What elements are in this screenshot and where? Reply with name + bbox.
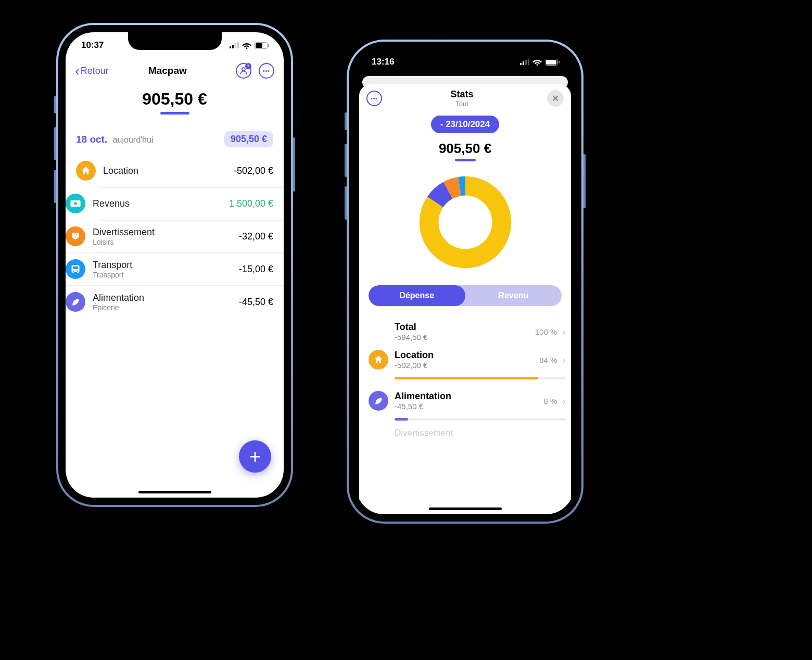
battery-icon [545,59,560,66]
stats-row-title: Alimentation [395,391,543,402]
tx-subtitle: Loisirs [93,238,239,246]
stats-balance: 905,50 € [359,141,571,157]
home-icon [369,350,388,370]
tx-title: Revenus [93,198,229,209]
wifi-icon [242,42,251,49]
stats-list: Total -594,50 € 100 % › Location-502,00 … [359,318,571,438]
svg-rect-10 [520,63,522,65]
balance: 905,50 € [66,90,284,115]
stats-row-title: Total [395,322,535,333]
stats-row-amount: -502,00 € [395,361,539,370]
bus-icon [66,259,85,279]
tx-amount: -32,00 € [239,231,273,242]
svg-rect-12 [525,60,527,65]
svg-rect-1 [232,45,234,48]
day-subtitle: aujourd'hui [113,135,154,144]
leaf-icon [66,292,85,312]
date-range-pill[interactable]: - 23/10/2024 [431,116,499,133]
svg-rect-3 [237,42,239,48]
add-transaction-fab[interactable]: + [239,440,271,473]
stats-row-amount: -594,50 € [395,333,535,341]
segment-expense[interactable]: Dépense [369,285,465,306]
chevron-right-icon: › [562,326,566,338]
day-header: 18 oct. aujourd'hui 905,50 € [66,131,284,147]
tx-title: Location [103,166,234,176]
stats-sheet: ••• Stats Tout ✕ - 23/10/2024 905,50 € D… [359,84,571,514]
stats-row-amount: -45,50 € [395,402,543,411]
more-button[interactable]: ••• [259,63,274,79]
page-title: Macpaw [99,65,236,77]
wifi-icon [532,59,542,66]
home-icon [76,161,96,181]
transaction-row[interactable]: TransportTransport-15,00 € [66,252,284,285]
tx-title: Alimentation [93,293,239,303]
segment-income[interactable]: Revenu [465,285,562,306]
signal-icon [230,42,239,48]
chevron-right-icon: › [562,354,566,366]
svg-rect-15 [546,60,556,65]
donut-chart [359,168,571,277]
day-date: 18 oct. [76,134,107,145]
theater-icon [66,226,85,246]
sheet-nav: ••• Stats Tout ✕ [359,84,571,112]
chevron-left-icon: ‹ [75,64,80,78]
stats-row[interactable]: Alimentation-45,50 €8 %› [369,387,566,415]
transaction-row[interactable]: Revenus1 500,00 € [66,187,284,220]
phone-right: 13:16 ••• Stats Tout ✕ - 23/10/20 [347,40,583,524]
tx-amount: -15,00 € [239,264,273,275]
stats-row-total[interactable]: Total -594,50 € 100 % › [369,318,566,346]
status-time: 13:16 [372,57,394,67]
tx-amount: 1 500,00 € [229,198,273,209]
svg-rect-6 [268,44,269,47]
sheet-title: Stats [377,89,547,100]
svg-rect-16 [559,61,560,64]
svg-rect-11 [523,61,524,65]
close-button[interactable]: ✕ [547,90,564,107]
stats-row-title: Location [395,350,539,361]
day-total[interactable]: 905,50 € [224,131,273,147]
svg-rect-0 [230,46,231,48]
transaction-row[interactable]: Location-502,00 € [66,155,284,187]
transaction-row[interactable]: AlimentationÉpicerie-45,50 € [66,285,284,318]
tx-amount: -45,50 € [239,297,273,308]
stats-row-partial: Divertissement [395,428,566,438]
status-time: 10:37 [81,40,104,50]
tx-subtitle: Transport [93,271,239,279]
stats-row-pct: 84 % [539,356,557,364]
cash-icon [66,194,85,213]
leaf-icon [369,391,388,411]
tx-subtitle: Épicerie [93,303,239,312]
sheet-subtitle: Tout [377,100,547,108]
chevron-right-icon: › [562,395,566,407]
balance-amount: 905,50 € [66,90,284,109]
battery-icon [255,42,269,49]
tx-title: Transport [93,260,239,271]
status-indicators [520,59,560,66]
phone-left: 10:37 ‹ Retour Macpaw + [56,23,293,507]
nav-bar: ‹ Retour Macpaw + ••• [66,58,284,83]
svg-rect-5 [256,43,262,48]
status-indicators [230,42,269,49]
transaction-row[interactable]: DivertissementLoisirs-32,00 € [66,220,284,252]
progress-bar [395,418,566,421]
stats-row-pct: 8 % [543,397,557,405]
svg-point-7 [242,68,245,71]
transaction-list: Location-502,00 €Revenus1 500,00 €Divert… [66,155,284,318]
signal-icon [520,59,529,65]
tx-title: Divertissement [93,227,239,238]
tx-amount: -502,00 € [234,166,273,176]
svg-rect-13 [528,59,529,65]
stats-row[interactable]: Location-502,00 €84 %› [369,346,566,374]
svg-point-9 [74,202,77,205]
add-person-button[interactable]: + [236,63,251,79]
segment-control: Dépense Revenu [359,285,571,306]
svg-rect-2 [235,43,236,48]
progress-bar [395,377,566,379]
stats-row-pct: 100 % [535,327,557,336]
